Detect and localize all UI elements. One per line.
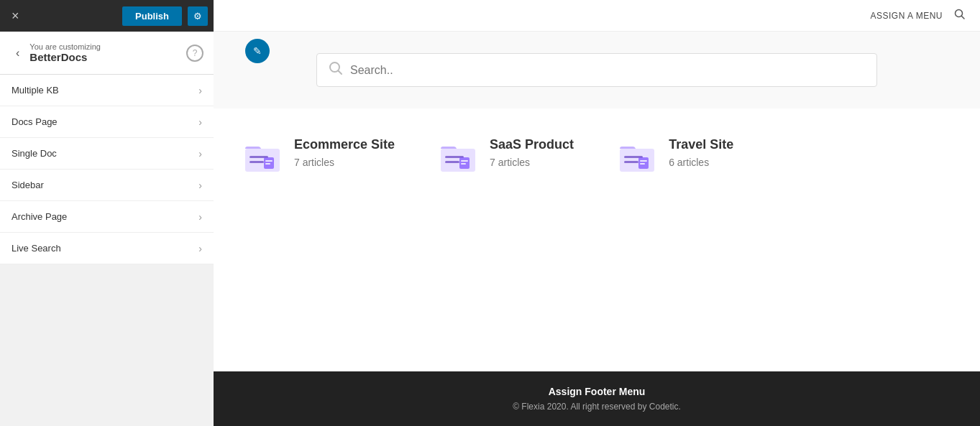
chevron-right-icon: ›: [198, 211, 202, 223]
card-articles: 7 articles: [490, 157, 574, 168]
menu-item-label: Single Doc: [12, 148, 57, 159]
menu-item-multiple-kb[interactable]: Multiple KB›: [0, 75, 214, 106]
footer-copyright: © Flexia 2020. All right reserved by Cod…: [228, 402, 966, 412]
menu-list: Multiple KB›Docs Page›Single Doc›Sidebar…: [0, 75, 214, 426]
customizing-label: You are customizing: [29, 42, 186, 51]
folder-icon: [438, 137, 478, 177]
svg-rect-21: [640, 163, 645, 165]
folder-icon: [242, 137, 283, 177]
svg-rect-14: [461, 160, 468, 162]
footer-title: Assign Footer Menu: [228, 386, 966, 397]
svg-rect-18: [624, 161, 638, 163]
menu-item-docs-page[interactable]: Docs Page›: [0, 106, 214, 138]
menu-item-archive-page[interactable]: Archive Page›: [0, 201, 214, 233]
card-articles: 6 articles: [669, 157, 733, 168]
svg-rect-8: [265, 160, 273, 162]
card-travel[interactable]: Travel Site 6 articles: [617, 137, 733, 343]
menu-item-label: Multiple KB: [12, 85, 59, 96]
menu-item-single-doc[interactable]: Single Doc›: [0, 138, 214, 170]
card-saas[interactable]: SaaS Product 7 articles: [438, 137, 574, 343]
search-nav-icon[interactable]: [954, 9, 966, 23]
svg-rect-16: [620, 149, 654, 172]
folder-icon: [617, 137, 657, 177]
svg-line-1: [962, 16, 965, 19]
card-articles: 7 articles: [294, 157, 395, 168]
main-content: Ecommerce Site 7 articles SaaS Product 7…: [214, 32, 980, 426]
card-title: Travel Site: [669, 137, 733, 152]
help-button[interactable]: ?: [186, 45, 203, 62]
left-panel: × Publish ⚙ ‹ You are customizing Better…: [0, 0, 214, 426]
svg-rect-9: [265, 163, 270, 165]
menu-item-label: Sidebar: [12, 180, 44, 190]
search-input[interactable]: [350, 64, 865, 77]
chevron-right-icon: ›: [198, 116, 202, 128]
svg-rect-15: [461, 163, 466, 165]
settings-button[interactable]: ⚙: [188, 6, 208, 26]
right-panel: ✎ ASSIGN A MENU: [214, 0, 980, 426]
publish-button[interactable]: Publish: [122, 6, 182, 26]
search-icon: [329, 61, 343, 79]
customizing-title: BetterDocs: [29, 51, 186, 63]
customizing-header: ‹ You are customizing BetterDocs ?: [0, 32, 214, 75]
chevron-right-icon: ›: [198, 85, 202, 96]
svg-rect-20: [640, 160, 647, 162]
chevron-right-icon: ›: [198, 180, 202, 191]
svg-rect-12: [445, 161, 459, 163]
edit-button[interactable]: ✎: [245, 39, 270, 63]
svg-rect-10: [441, 149, 475, 172]
toolbar: × Publish ⚙: [0, 0, 214, 32]
chevron-right-icon: ›: [198, 243, 202, 254]
svg-line-3: [339, 71, 342, 75]
card-title: Ecommerce Site: [294, 137, 395, 152]
menu-item-live-search[interactable]: Live Search›: [0, 233, 214, 264]
assign-menu-link[interactable]: ASSIGN A MENU: [870, 11, 943, 21]
cards-section: Ecommerce Site 7 articles SaaS Product 7…: [214, 108, 980, 371]
search-box: [316, 53, 877, 87]
close-button[interactable]: ×: [6, 6, 25, 27]
search-section: [214, 32, 980, 108]
menu-item-sidebar[interactable]: Sidebar›: [0, 170, 214, 201]
chevron-right-icon: ›: [198, 148, 202, 159]
svg-rect-6: [249, 161, 264, 163]
footer: Assign Footer Menu © Flexia 2020. All ri…: [214, 371, 980, 426]
back-button[interactable]: ‹: [10, 44, 25, 62]
pencil-icon: ✎: [253, 45, 262, 57]
top-nav: ASSIGN A MENU: [214, 0, 980, 32]
card-title: SaaS Product: [490, 137, 574, 152]
menu-item-label: Live Search: [12, 243, 61, 254]
card-ecommerce[interactable]: Ecommerce Site 7 articles: [242, 137, 395, 343]
svg-rect-4: [245, 149, 280, 172]
customizing-text: You are customizing BetterDocs: [29, 42, 186, 63]
menu-item-label: Archive Page: [12, 211, 67, 222]
menu-item-label: Docs Page: [12, 116, 58, 127]
